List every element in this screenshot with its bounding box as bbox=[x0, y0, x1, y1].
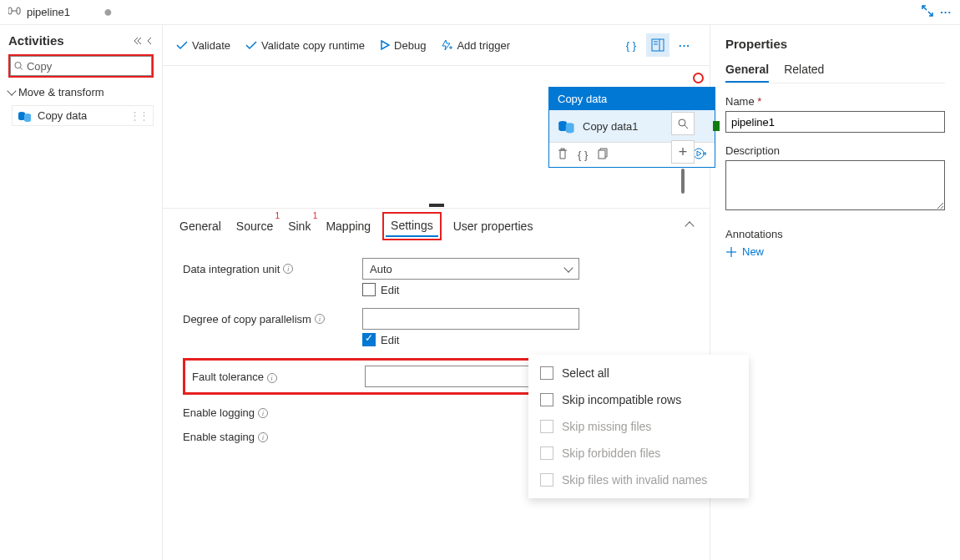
svg-point-16 bbox=[694, 149, 704, 159]
dop-input[interactable] bbox=[362, 308, 579, 330]
activity-label: Copy data bbox=[38, 109, 87, 122]
checkbox[interactable] bbox=[540, 366, 553, 380]
properties-heading: Properties bbox=[725, 37, 945, 51]
clone-icon[interactable] bbox=[598, 148, 609, 162]
plus-icon bbox=[725, 246, 737, 258]
zoom-slider[interactable] bbox=[681, 169, 685, 194]
zoom-in-button[interactable]: + bbox=[671, 140, 695, 164]
edit-label: Edit bbox=[381, 334, 399, 346]
checkbox bbox=[540, 473, 553, 487]
checkbox bbox=[540, 446, 553, 460]
tab-mapping[interactable]: Mapping bbox=[326, 216, 371, 236]
activity-search[interactable] bbox=[10, 56, 152, 76]
expand-icon[interactable] bbox=[922, 5, 933, 19]
chevron-down-icon bbox=[7, 86, 16, 95]
option-label: Skip missing files bbox=[562, 420, 651, 433]
info-icon[interactable]: i bbox=[258, 408, 268, 418]
pipeline-title: pipeline1 bbox=[27, 6, 70, 18]
option-select-all[interactable]: Select all bbox=[528, 360, 749, 386]
validate-button[interactable]: Validate bbox=[176, 39, 230, 52]
option-skip-missing: Skip missing files bbox=[528, 413, 749, 440]
edit-label: Edit bbox=[381, 284, 399, 296]
svg-rect-15 bbox=[599, 150, 605, 159]
tab-general[interactable]: General bbox=[179, 216, 221, 236]
more-icon[interactable]: ··· bbox=[940, 6, 952, 18]
category-label: Move & transform bbox=[18, 86, 104, 98]
annotations-label: Annotations bbox=[725, 228, 945, 240]
diu-edit-checkbox[interactable] bbox=[362, 283, 376, 296]
diu-select[interactable]: Auto bbox=[362, 258, 579, 280]
error-badge: 1 bbox=[275, 211, 280, 220]
svg-rect-1 bbox=[17, 8, 20, 14]
search-icon bbox=[14, 61, 23, 71]
grip-icon: ⋮⋮ bbox=[129, 109, 148, 122]
activity-copy-data[interactable]: Copy data ⋮⋮ bbox=[12, 105, 154, 126]
description-input[interactable] bbox=[725, 160, 945, 210]
properties-toggle[interactable] bbox=[646, 33, 669, 57]
option-skip-incompatible[interactable]: Skip incompatible rows bbox=[528, 386, 749, 413]
activity-tabs: General Source 1 Sink 1 Mapping Settings… bbox=[163, 208, 710, 243]
unsaved-dot: ● bbox=[104, 3, 113, 21]
info-icon[interactable]: i bbox=[283, 264, 293, 274]
collapse-icons[interactable] bbox=[134, 36, 154, 46]
activities-heading: Activities bbox=[8, 33, 64, 48]
option-label: Select all bbox=[562, 366, 609, 380]
props-tab-general[interactable]: General bbox=[725, 63, 769, 83]
debug-label: Debug bbox=[394, 39, 426, 52]
info-icon[interactable]: i bbox=[258, 432, 268, 442]
svg-rect-9 bbox=[652, 39, 664, 51]
code-icon[interactable]: { } bbox=[578, 149, 588, 161]
add-trigger-label: Add trigger bbox=[457, 39, 510, 52]
fit-button[interactable] bbox=[671, 112, 695, 135]
info-icon[interactable]: i bbox=[315, 314, 325, 324]
checkbox bbox=[540, 420, 553, 433]
new-annotation-button[interactable]: New bbox=[725, 245, 945, 258]
activities-panel: Activities Move & transform Copy data ⋮⋮ bbox=[0, 25, 163, 560]
tab-user-properties[interactable]: User properties bbox=[453, 216, 533, 236]
fault-tolerance-dropdown: Select all Skip incompatible rows Skip m… bbox=[528, 355, 749, 498]
svg-line-4 bbox=[20, 68, 23, 70]
tab-settings[interactable]: Settings bbox=[386, 215, 438, 237]
option-label: Skip forbidden files bbox=[562, 446, 660, 460]
new-label: New bbox=[742, 245, 764, 258]
option-skip-forbidden: Skip forbidden files bbox=[528, 440, 749, 467]
option-label: Skip incompatible rows bbox=[562, 393, 681, 406]
error-badge: 1 bbox=[313, 211, 318, 220]
tab-source[interactable]: Source 1 bbox=[236, 216, 273, 236]
checkbox[interactable] bbox=[540, 393, 553, 406]
staging-label: Enable staging i bbox=[183, 431, 362, 443]
add-trigger-button[interactable]: Add trigger bbox=[441, 39, 510, 52]
info-icon[interactable]: i bbox=[267, 373, 277, 383]
debug-button[interactable]: Debug bbox=[380, 39, 426, 52]
validate-copy-label: Validate copy runtime bbox=[261, 39, 365, 52]
canvas-toolbar: Validate Validate copy runtime Debug Add… bbox=[163, 25, 710, 66]
validate-label: Validate bbox=[192, 39, 230, 52]
activity-search-input[interactable] bbox=[27, 60, 148, 73]
run-icon[interactable] bbox=[693, 148, 706, 162]
more-menu[interactable]: ··· bbox=[673, 33, 696, 57]
collapse-tabs[interactable] bbox=[686, 219, 693, 232]
name-input[interactable] bbox=[725, 111, 945, 133]
logging-label: Enable logging i bbox=[183, 406, 362, 419]
delete-icon[interactable] bbox=[558, 148, 568, 162]
diu-value: Auto bbox=[370, 263, 392, 275]
tab-sink[interactable]: Sink 1 bbox=[288, 216, 311, 236]
svg-rect-0 bbox=[8, 8, 12, 14]
name-label: Name * bbox=[725, 95, 945, 108]
output-port[interactable] bbox=[713, 121, 720, 131]
pipeline-icon bbox=[8, 6, 22, 18]
tab-source-label: Source bbox=[236, 219, 273, 233]
highlight-circle bbox=[693, 73, 704, 83]
fault-tolerance-highlight: Fault tolerance i bbox=[183, 358, 588, 395]
option-label: Skip files with invalid names bbox=[562, 473, 707, 487]
props-tab-related[interactable]: Related bbox=[784, 63, 824, 83]
diu-label: Data integration unit i bbox=[183, 263, 362, 275]
validate-copy-button[interactable]: Validate copy runtime bbox=[245, 39, 365, 52]
svg-line-19 bbox=[685, 125, 688, 129]
node-header: Copy data bbox=[549, 88, 715, 110]
code-view-button[interactable]: { } bbox=[619, 33, 643, 57]
svg-point-18 bbox=[679, 119, 685, 126]
category-move-transform[interactable]: Move & transform bbox=[8, 83, 154, 102]
dop-edit-checkbox[interactable] bbox=[362, 333, 376, 346]
copy-data-icon bbox=[558, 119, 576, 134]
